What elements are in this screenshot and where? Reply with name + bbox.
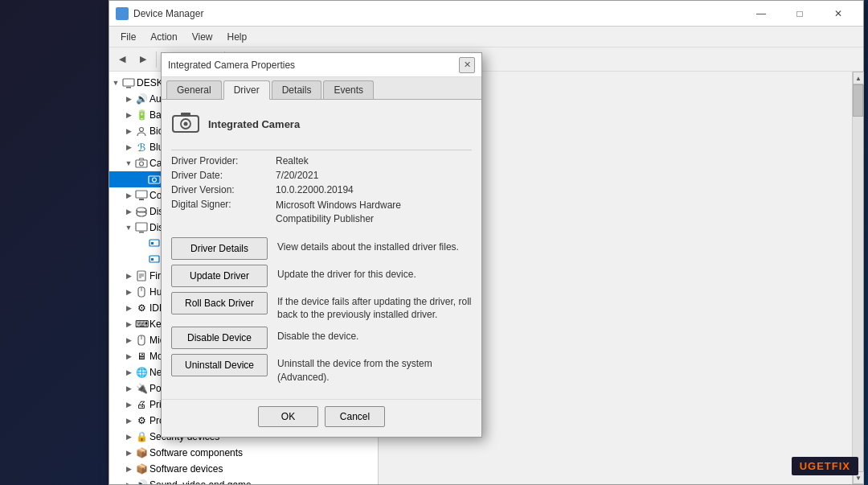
tree-item-software-dev[interactable]: ▶ 📦 Software devices xyxy=(109,461,378,477)
maximize-button[interactable]: □ xyxy=(781,1,818,27)
disable-device-button[interactable]: Disable Device xyxy=(171,327,268,349)
roll-back-row: Roll Back Driver If the device fails aft… xyxy=(171,292,472,323)
driver-date-label: Driver Date: xyxy=(171,170,276,181)
hid-icon xyxy=(135,286,148,298)
divider-top xyxy=(171,150,472,150)
menu-action[interactable]: Action xyxy=(144,30,183,44)
svg-rect-20 xyxy=(136,191,147,198)
menu-view[interactable]: View xyxy=(186,30,219,44)
batteries-icon: 🔋 xyxy=(135,109,148,121)
roll-back-button[interactable]: Roll Back Driver xyxy=(171,292,268,314)
svg-rect-27 xyxy=(139,232,144,233)
mice-icon xyxy=(135,334,148,347)
menu-file[interactable]: File xyxy=(114,30,142,44)
bluetooth-expander[interactable]: ▶ xyxy=(122,141,135,154)
tree-item-software-comp[interactable]: ▶ 📦 Software components xyxy=(109,445,378,461)
keyboard-expander[interactable]: ▶ xyxy=(122,318,135,331)
uninstall-device-button[interactable]: Uninstall Device xyxy=(171,354,268,376)
svg-point-17 xyxy=(140,162,144,166)
processors-expander[interactable]: ▶ xyxy=(122,414,135,427)
audio-expander[interactable]: ▶ xyxy=(122,92,135,105)
toolbar-back[interactable]: ◀ xyxy=(113,50,132,69)
mice-expander[interactable]: ▶ xyxy=(122,334,135,347)
ide-expander[interactable]: ▶ xyxy=(122,302,135,314)
root-expander[interactable]: ▼ xyxy=(109,76,122,89)
driver-date-value: 7/20/2021 xyxy=(276,170,318,181)
close-button[interactable]: ✕ xyxy=(820,1,857,27)
batteries-expander[interactable]: ▶ xyxy=(122,109,135,121)
driver-details-button[interactable]: Driver Details xyxy=(171,237,268,260)
biometric-expander[interactable]: ▶ xyxy=(122,125,135,138)
tree-item-sound[interactable]: ▶ 🔊 Sound, video and game... xyxy=(109,477,378,484)
software-dev-icon: 📦 xyxy=(135,462,148,475)
processors-icon: ⚙ xyxy=(135,414,148,427)
roll-back-desc: If the device fails after updating the d… xyxy=(277,292,472,323)
keyboard-icon: ⌨ xyxy=(135,318,148,331)
network-expander[interactable]: ▶ xyxy=(122,366,135,379)
firmware-expander[interactable]: ▶ xyxy=(122,269,135,282)
cameras-expander[interactable]: ▼ xyxy=(122,157,135,170)
print-expander[interactable]: ▶ xyxy=(122,398,135,411)
software-comp-icon: 📦 xyxy=(135,446,148,459)
driver-version-row: Driver Version: 10.0.22000.20194 xyxy=(171,184,472,195)
cancel-button[interactable]: Cancel xyxy=(325,406,385,427)
right-scrollbar[interactable]: ▲ ▼ xyxy=(852,72,863,484)
ports-icon: 🔌 xyxy=(135,382,148,395)
disk-expander[interactable]: ▶ xyxy=(122,205,135,218)
root-icon xyxy=(122,76,135,89)
tab-general[interactable]: General xyxy=(166,80,222,99)
dialog-content: Integrated Camera Driver Provider: Realt… xyxy=(162,100,481,399)
driver-version-value: 10.0.22000.20194 xyxy=(276,184,354,195)
properties-dialog: Integrated Camera Properties ✕ General D… xyxy=(161,52,482,438)
minimize-button[interactable]: — xyxy=(743,1,780,27)
svg-rect-16 xyxy=(136,160,147,167)
svg-rect-31 xyxy=(151,258,154,261)
update-driver-desc: Update the driver for this device. xyxy=(277,265,416,282)
security-expander[interactable]: ▶ xyxy=(122,430,135,443)
tab-details[interactable]: Details xyxy=(272,80,322,99)
svg-rect-30 xyxy=(149,256,159,262)
driver-details-row: Driver Details View details about the in… xyxy=(171,237,472,260)
driver-provider-label: Driver Provider: xyxy=(171,155,276,166)
svg-rect-28 xyxy=(149,240,159,246)
hid-expander[interactable]: ▶ xyxy=(122,286,135,298)
ports-expander[interactable]: ▶ xyxy=(122,382,135,395)
menu-help[interactable]: Help xyxy=(221,30,254,44)
bluetooth-icon: ℬ xyxy=(135,141,148,154)
watermark: UGETFIX xyxy=(792,457,858,475)
toolbar-forward[interactable]: ▶ xyxy=(133,50,153,69)
ok-button[interactable]: OK xyxy=(258,406,318,427)
window-title: Device Manager xyxy=(133,8,203,19)
window-titlebar: Device Manager — □ ✕ xyxy=(109,1,863,27)
driver-details-desc: View details about the installed driver … xyxy=(277,237,459,254)
scroll-track[interactable] xyxy=(853,84,863,471)
dialog-close-button[interactable]: ✕ xyxy=(459,57,475,73)
watermark-prefix: UGET xyxy=(800,460,832,472)
scroll-up-btn[interactable]: ▲ xyxy=(853,72,864,84)
dialog-tabs: General Driver Details Events xyxy=(162,77,481,100)
computer-expander[interactable]: ▶ xyxy=(122,189,135,202)
software-dev-expander[interactable]: ▶ xyxy=(122,462,135,475)
driver-signer-value: Microsoft Windows Hardware Compatibility… xyxy=(276,199,452,226)
tab-driver[interactable]: Driver xyxy=(223,80,270,100)
monitors-expander[interactable]: ▶ xyxy=(122,350,135,363)
network-icon: 🌐 xyxy=(135,366,148,379)
display-icon xyxy=(135,221,148,234)
sound-expander[interactable]: ▶ xyxy=(122,479,135,484)
svg-rect-2 xyxy=(117,14,121,18)
svg-point-19 xyxy=(153,178,157,182)
update-driver-button[interactable]: Update Driver xyxy=(171,265,268,287)
driver-signer-row: Digital Signer: Microsoft Windows Hardwa… xyxy=(171,199,472,226)
software-comp-expander[interactable]: ▶ xyxy=(122,446,135,459)
monitors-icon: 🖥 xyxy=(135,350,148,363)
titlebar-left: Device Manager xyxy=(116,7,203,20)
svg-point-15 xyxy=(140,128,144,132)
scroll-thumb[interactable] xyxy=(853,84,863,117)
device-name-label: Integrated Camera xyxy=(208,118,300,130)
security-icon: 🔒 xyxy=(135,430,148,443)
display-expander[interactable]: ▼ xyxy=(122,221,135,234)
firmware-icon xyxy=(135,269,148,282)
cameras-icon xyxy=(135,157,148,170)
svg-rect-0 xyxy=(117,9,121,13)
tab-events[interactable]: Events xyxy=(323,80,374,99)
